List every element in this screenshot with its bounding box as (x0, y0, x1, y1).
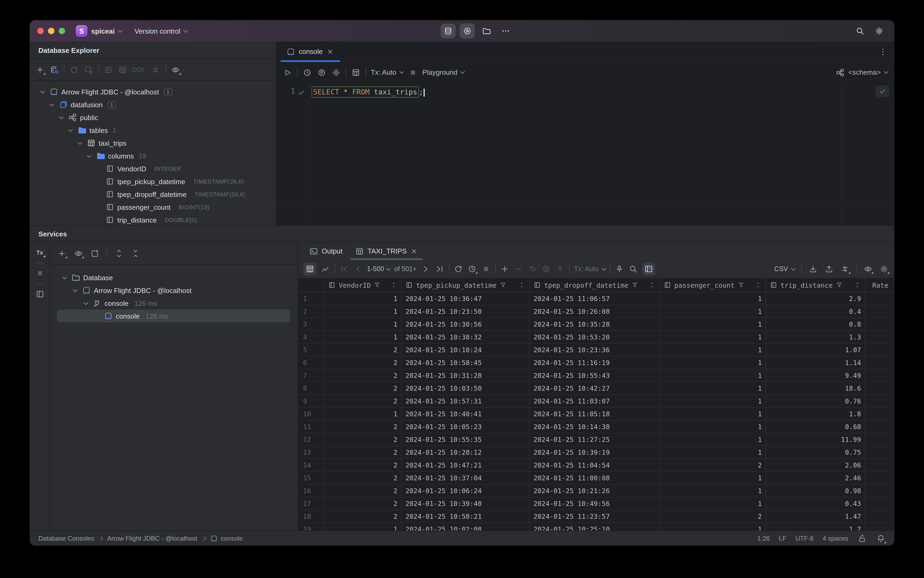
cell-vendorid[interactable]: 1 (324, 305, 402, 318)
table-row[interactable]: 112024-01-25 10:36:472024-01-25 11:06:57… (298, 292, 894, 305)
table-row[interactable]: 722024-01-25 10:31:282024-01-25 10:55:43… (298, 369, 894, 382)
last-page-button[interactable] (435, 264, 444, 274)
column-header-passenger_count[interactable]: passenger_count (660, 278, 766, 292)
stop-button[interactable] (408, 68, 417, 77)
add-service-button[interactable] (57, 248, 67, 258)
table-row[interactable]: 1122024-01-25 10:05:232024-01-25 10:14:3… (298, 421, 894, 434)
datasource-properties-button[interactable] (50, 65, 59, 75)
tx-toggle-button[interactable]: Tx (35, 248, 45, 257)
cell-trip_distance[interactable]: 0.4 (766, 305, 865, 318)
view-options-button[interactable] (863, 264, 873, 274)
chevron-down-icon[interactable] (82, 302, 90, 304)
rollback-button[interactable] (541, 264, 551, 274)
cell-tpep_pickup_datetime[interactable]: 2024-01-25 10:39:40 (402, 497, 530, 510)
cell-passenger_count[interactable]: 1 (660, 421, 766, 434)
first-page-button[interactable] (339, 264, 349, 274)
cell-trip_distance[interactable]: 1.14 (766, 357, 865, 369)
chevron-down-icon[interactable] (66, 130, 75, 131)
cell-passenger_count[interactable]: 1 (660, 331, 766, 344)
cell-tpep_pickup_datetime[interactable]: 2024-01-25 10:05:23 (402, 421, 530, 434)
cell-rate[interactable] (865, 446, 894, 459)
cell-trip_distance[interactable]: 2.46 (766, 472, 865, 485)
tree-item-tpep-pickup-datetime[interactable]: tpep_pickup_datetimeTIMESTAMP(26,6) (30, 175, 276, 188)
version-control-menu[interactable]: Version control (135, 27, 187, 35)
table-row[interactable]: 312024-01-25 10:30:562024-01-25 10:35:28… (298, 318, 894, 331)
table-row[interactable]: 1012024-01-25 10:40:412024-01-25 11:05:1… (298, 408, 894, 421)
cell-passenger_count[interactable]: 1 (660, 408, 766, 421)
browse-tables-button[interactable] (351, 68, 361, 77)
cell-trip_distance[interactable]: 9.49 (766, 369, 865, 382)
row-number-cell[interactable]: 18 (298, 510, 324, 523)
code-area[interactable]: SELECT * FROM taxi_trips; (310, 83, 894, 225)
chevron-down-icon[interactable] (48, 104, 56, 106)
cell-vendorid[interactable]: 2 (324, 434, 402, 446)
next-page-button[interactable] (421, 264, 431, 274)
cell-rate[interactable] (865, 434, 894, 446)
service-item-arrow-flight-jdbc-localhost[interactable]: Arrow Flight JDBC - @localhost (50, 284, 298, 297)
cell-vendorid[interactable]: 2 (324, 472, 402, 485)
column-header-tpep_dropoff_datetime[interactable]: tpep_dropoff_datetime (530, 278, 660, 292)
cell-tpep_pickup_datetime[interactable]: 2024-01-25 10:31:28 (402, 369, 530, 382)
close-icon[interactable] (326, 48, 334, 55)
cell-tpep_dropoff_datetime[interactable]: 2024-01-25 10:55:43 (530, 369, 660, 382)
row-number-cell[interactable]: 10 (298, 408, 324, 421)
cell-tpep_dropoff_datetime[interactable]: 2024-01-25 10:39:19 (530, 446, 660, 459)
table-row[interactable]: 1722024-01-25 10:39:402024-01-25 10:49:5… (298, 497, 894, 510)
table-row[interactable]: 1322024-01-25 10:28:122024-01-25 10:39:1… (298, 446, 894, 459)
open-in-new-tab-button[interactable] (90, 248, 100, 258)
tree-item-columns[interactable]: columns19 (30, 149, 276, 162)
cell-vendorid[interactable]: 1 (324, 523, 402, 531)
cell-tpep_dropoff_datetime[interactable]: 2024-01-25 11:06:57 (530, 292, 660, 305)
cell-tpep_pickup_datetime[interactable]: 2024-01-25 10:02:08 (402, 523, 530, 531)
row-number-cell[interactable]: 6 (298, 357, 324, 369)
cell-rate[interactable] (865, 523, 894, 531)
tx-mode-dropdown[interactable]: Tx: Auto (371, 68, 403, 76)
row-number-cell[interactable]: 19 (298, 523, 324, 531)
table-row[interactable]: 412024-01-25 10:38:322024-01-25 10:53:20… (298, 331, 894, 344)
tab-console[interactable]: console (280, 42, 340, 62)
cell-passenger_count[interactable]: 1 (660, 369, 766, 382)
cell-tpep_pickup_datetime[interactable]: 2024-01-25 10:28:12 (402, 446, 530, 459)
revert-button[interactable] (528, 264, 537, 274)
more-actions-button[interactable] (498, 23, 513, 39)
cell-tpep_pickup_datetime[interactable]: 2024-01-25 10:40:41 (402, 408, 530, 421)
project-files-button[interactable] (479, 23, 494, 39)
cell-rate[interactable] (865, 510, 894, 523)
cell-tpep_dropoff_datetime[interactable]: 2024-01-25 11:03:07 (530, 395, 660, 408)
table-row[interactable]: 822024-01-25 10:03:502024-01-25 10:42:27… (298, 382, 894, 395)
zoom-window-button[interactable] (59, 28, 65, 34)
row-number-cell[interactable]: 8 (298, 382, 324, 395)
delete-row-button[interactable] (514, 264, 524, 274)
breadcrumb-item[interactable]: console (210, 534, 243, 542)
close-window-button[interactable] (37, 28, 44, 34)
close-icon[interactable] (410, 247, 418, 255)
cell-vendorid[interactable]: 1 (324, 318, 402, 331)
chevron-down-icon[interactable] (85, 155, 93, 157)
cell-vendorid[interactable]: 2 (324, 357, 402, 369)
cell-tpep_pickup_datetime[interactable]: 2024-01-25 10:58:45 (402, 357, 530, 369)
cell-rate[interactable] (865, 305, 894, 318)
column-header-rate[interactable]: Rate (865, 278, 894, 292)
cell-rate[interactable] (865, 395, 894, 408)
cell-trip_distance[interactable]: 0.43 (766, 497, 865, 510)
breadcrumb-item[interactable]: Database Consoles (39, 534, 94, 542)
cell-vendorid[interactable]: 2 (324, 459, 402, 472)
row-number-cell[interactable]: 9 (298, 395, 324, 408)
cell-passenger_count[interactable]: 1 (660, 344, 766, 357)
cell-trip_distance[interactable]: 1.47 (766, 510, 865, 523)
filter-panel-button[interactable] (642, 263, 655, 275)
cell-vendorid[interactable]: 2 (324, 497, 402, 510)
cell-trip_distance[interactable]: 0.98 (766, 485, 865, 497)
cell-tpep_dropoff_datetime[interactable]: 2024-01-25 10:14:38 (530, 421, 660, 434)
cell-tpep_pickup_datetime[interactable]: 2024-01-25 10:37:04 (402, 472, 530, 485)
tree-item-vendorid[interactable]: VendorIDINTEGER (30, 162, 276, 175)
cell-rate[interactable] (865, 292, 894, 305)
cell-trip_distance[interactable]: 1.07 (766, 344, 865, 357)
row-number-cell[interactable]: 16 (298, 485, 324, 497)
row-number-cell[interactable]: 13 (298, 446, 324, 459)
submit-button[interactable] (555, 264, 565, 274)
cell-rate[interactable] (865, 408, 894, 421)
row-number-cell[interactable]: 15 (298, 472, 324, 485)
cell-passenger_count[interactable]: 1 (660, 446, 766, 459)
find-in-grid-button[interactable] (629, 264, 638, 274)
